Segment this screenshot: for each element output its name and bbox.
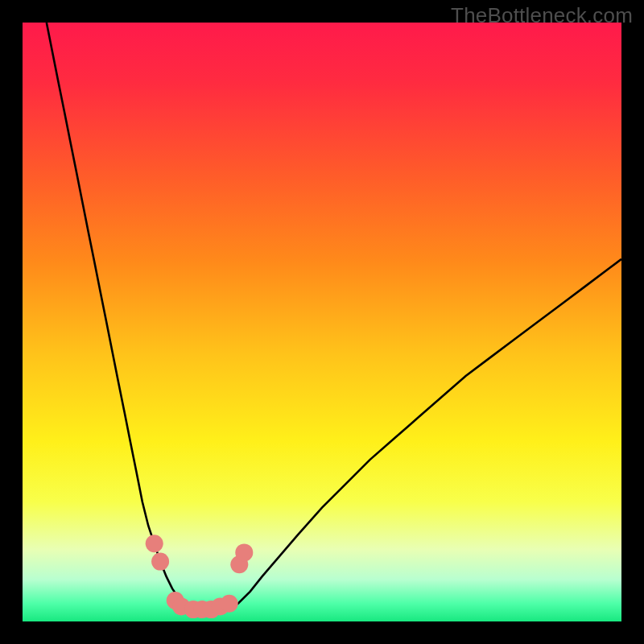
marker-point <box>221 595 238 613</box>
plot-area <box>23 23 621 621</box>
marker-point <box>146 535 163 552</box>
marker-point <box>235 543 253 561</box>
bottleneck-chart <box>23 23 621 621</box>
gradient-background <box>23 23 621 621</box>
chart-frame: TheBottleneck.com <box>0 0 644 644</box>
watermark-text: TheBottleneck.com <box>451 3 633 28</box>
marker-point <box>151 553 169 571</box>
